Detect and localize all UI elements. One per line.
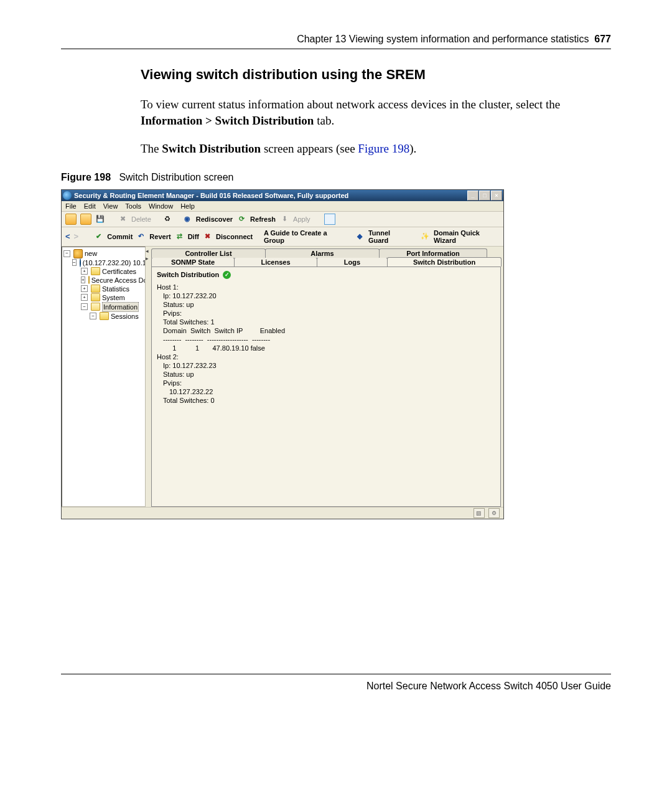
tab-switch-distribution[interactable]: Switch Distribution	[387, 257, 502, 267]
titlebar: Security & Routing Element Manager - Bui…	[62, 190, 503, 201]
menu-file[interactable]: File	[65, 202, 77, 210]
expander-icon[interactable]	[81, 276, 85, 283]
tab-controller-list[interactable]: Controller List	[151, 248, 266, 258]
commit-icon[interactable]: ✔	[94, 232, 103, 242]
tunnel-icon[interactable]: ◆	[355, 232, 365, 242]
footer-rule	[61, 674, 611, 674]
tab-port-information[interactable]: Port Information	[379, 248, 487, 258]
tree-system[interactable]: System	[63, 293, 144, 302]
menu-edit[interactable]: Edit	[84, 202, 96, 210]
apply-icon: ⬇	[279, 214, 289, 224]
diff-label[interactable]: Diff	[188, 233, 199, 240]
maximize-button[interactable]: □	[479, 191, 490, 201]
intro-paragraph-2: The Switch Distribution screen appears (…	[141, 141, 611, 157]
wizard-icon[interactable]: ✨	[421, 232, 430, 242]
expander-icon[interactable]	[81, 294, 88, 301]
host1-pvips: Pvips:	[157, 309, 495, 318]
expander-icon[interactable]	[72, 259, 77, 266]
status-strip: ▨ ⚙	[62, 507, 503, 519]
rediscover-label[interactable]: Rediscover	[196, 215, 233, 223]
tab-logs[interactable]: Logs	[317, 257, 388, 267]
host2-pvip1: 10.127.232.22	[157, 387, 495, 396]
tree-root[interactable]: new	[63, 249, 144, 258]
folder-icon	[88, 276, 90, 284]
revert-label[interactable]: Revert	[149, 233, 170, 240]
expander-icon[interactable]	[90, 313, 96, 319]
host1-ip: Ip: 10.127.232.20	[157, 291, 495, 300]
tree-sessions[interactable]: Sessions	[63, 312, 144, 321]
recycle-icon[interactable]: ♻	[162, 214, 172, 224]
running-head: Chapter 13 Viewing system information an…	[61, 34, 611, 49]
panel-title: Switch Distribution ✓	[157, 271, 495, 279]
nav-back-icon[interactable]: <	[65, 232, 70, 241]
folder-icon	[91, 293, 100, 301]
tree-panel[interactable]: new (10.127.232.20) 10.127.232.21 Certif…	[62, 247, 146, 507]
figure-caption: Figure 198 Switch Distribution screen	[61, 172, 611, 183]
host1-table-sep: -------- -------- ------------------ ---…	[157, 335, 495, 344]
expander-icon[interactable]	[63, 250, 70, 257]
chapter-label: Chapter 13 Viewing system information an…	[297, 34, 589, 44]
tree-secure-access-domain[interactable]: Secure Access Domain	[63, 276, 144, 285]
page-number: 677	[594, 34, 611, 44]
close-button[interactable]: ×	[491, 191, 502, 201]
host2-header: Host 2:	[157, 352, 495, 361]
save-icon[interactable]: 💾	[95, 214, 105, 224]
status-button-1[interactable]: ▨	[474, 508, 485, 518]
refresh-icon[interactable]: ⟳	[236, 214, 246, 224]
guide-label[interactable]: A Guide to Create a Group	[264, 229, 344, 244]
minimize-button[interactable]: _	[467, 191, 478, 201]
folder-open-icon	[91, 303, 100, 311]
refresh-label[interactable]: Refresh	[250, 215, 276, 223]
tab-alarms[interactable]: Alarms	[265, 248, 380, 258]
header-rule	[61, 49, 611, 49]
app-icon	[63, 191, 72, 200]
window-title: Security & Routing Element Manager - Bui…	[74, 192, 467, 199]
window-icon[interactable]	[324, 214, 335, 225]
status-ok-icon: ✓	[223, 271, 231, 279]
tree-statistics[interactable]: Statistics	[63, 285, 144, 293]
folder-icon	[91, 267, 100, 275]
folder-icon	[100, 312, 109, 320]
expander-icon[interactable]	[81, 285, 88, 292]
toolbar-1: 💾 ✖ Delete ♻ ◉ Rediscover ⟳ Refresh ⬇ Ap…	[62, 212, 503, 227]
intro-paragraph-1: To view current status information about…	[141, 97, 611, 128]
disconnect-icon[interactable]: ✖	[203, 232, 212, 242]
tab-sonmp-state[interactable]: SONMP State	[151, 257, 235, 267]
tree-device[interactable]: (10.127.232.20) 10.127.232.21	[63, 258, 144, 267]
apply-label: Apply	[293, 215, 310, 223]
commit-label[interactable]: Commit	[107, 233, 133, 240]
disconnect-label[interactable]: Disconnect	[216, 233, 253, 240]
diff-icon[interactable]: ⇄	[175, 232, 184, 242]
section-title: Viewing switch distribution using the SR…	[141, 67, 611, 83]
tunnel-label[interactable]: Tunnel Guard	[368, 229, 409, 244]
tab-licenses[interactable]: Licenses	[234, 257, 317, 267]
expander-icon[interactable]	[81, 303, 88, 310]
revert-icon[interactable]: ↶	[136, 232, 146, 242]
delete-label: Delete	[131, 215, 151, 223]
wizard-label[interactable]: Domain Quick Wizard	[434, 229, 500, 244]
tab-row-back: Controller List Alarms Port Information	[151, 248, 501, 258]
rediscover-icon[interactable]: ◉	[182, 214, 192, 224]
host1-total: Total Switches: 1	[157, 318, 495, 326]
menu-tools[interactable]: Tools	[125, 202, 141, 210]
folder-icon	[91, 285, 100, 293]
tree-certificates[interactable]: Certificates	[63, 267, 144, 276]
toolbar-2: < > ✔ Commit ↶ Revert ⇄ Diff ✖ Disconnec…	[62, 227, 503, 247]
footer-text: Nortel Secure Network Access Switch 4050…	[61, 681, 611, 692]
host2-total: Total Switches: 0	[157, 396, 495, 405]
app-window: Security & Routing Element Manager - Bui…	[61, 189, 504, 519]
expander-icon[interactable]	[81, 268, 88, 275]
globe-icon	[80, 258, 81, 267]
open-icon[interactable]	[80, 214, 91, 225]
host1-header: Host 1:	[157, 283, 495, 291]
right-panel: Controller List Alarms Port Information …	[149, 247, 503, 507]
nav-forward-icon: >	[74, 232, 79, 241]
menu-view[interactable]: View	[103, 202, 118, 210]
menu-window[interactable]: Window	[149, 202, 173, 210]
figure-ref[interactable]: Figure 198	[358, 142, 409, 155]
status-button-2[interactable]: ⚙	[488, 508, 500, 518]
host1-table-header: Domain Switch Switch IP Enabled	[157, 326, 495, 335]
new-icon[interactable]	[65, 214, 77, 225]
menu-help[interactable]: Help	[180, 202, 195, 210]
tree-information[interactable]: Information	[63, 302, 144, 312]
